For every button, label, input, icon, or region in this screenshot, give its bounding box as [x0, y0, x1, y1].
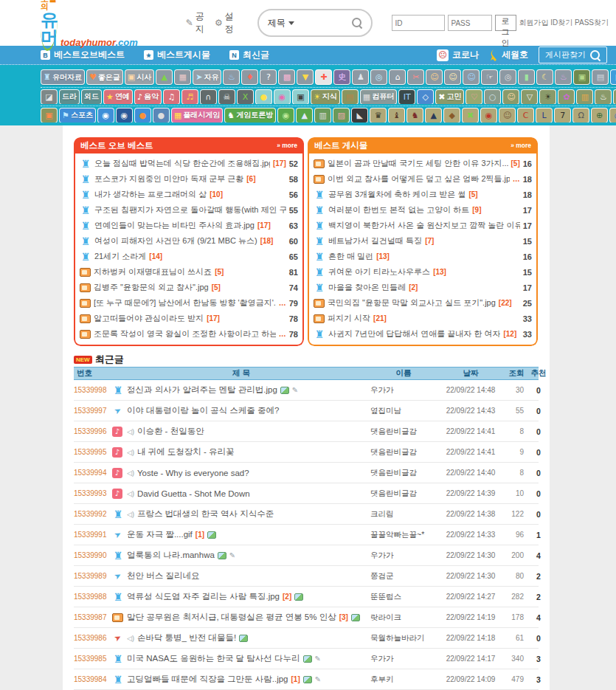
- table-row[interactable]: 15339997 ◁) 이야 대통령이랑 놀이 공식 스케줄 중에? ✎ 옆집미…: [74, 401, 539, 421]
- board-icon-button[interactable]: ♨: [595, 89, 612, 105]
- board-icon-button[interactable]: 史: [333, 69, 350, 85]
- board-icon-button[interactable]: ▥: [576, 89, 593, 105]
- board-icon-button[interactable]: ▦: [174, 69, 191, 85]
- site-logo[interactable]: 오늘의 유머 todayhumor.com: [41, 0, 138, 51]
- board-icon-button[interactable]: ▄: [613, 89, 616, 105]
- board-icon-button[interactable]: ♞: [406, 108, 423, 123]
- board-icon-button[interactable]: ▦ 플래시게임: [171, 108, 223, 123]
- notice-link[interactable]: ✎ 공지: [186, 10, 207, 35]
- board-icon-button[interactable]: X: [237, 89, 254, 105]
- board-search-button[interactable]: 게시판찾기: [539, 46, 607, 63]
- corona-link[interactable]: ☹ 코로나: [437, 49, 479, 61]
- table-row[interactable]: 15339987 ◁) 말단 공무원은 최저시급, 대통령실은 평균 연봉 5%…: [74, 607, 539, 628]
- best-post-item[interactable]: 마을을 찾아온 민들레 [2] 17: [314, 280, 532, 295]
- author-name[interactable]: 우가가: [370, 654, 437, 664]
- author-name[interactable]: 꿀꿀악빠는꿀~*: [370, 530, 437, 540]
- login-button[interactable]: 로그인: [495, 15, 516, 31]
- author-name[interactable]: 쫑검군: [370, 571, 437, 582]
- board-icon-button[interactable]: ◫: [610, 69, 616, 85]
- board-icon-button[interactable]: ▮: [518, 69, 535, 85]
- more-link[interactable]: » more: [511, 142, 531, 149]
- best-post-item[interactable]: 여성이 피해자인 사건만 6개 (9/21 MBC 뉴스) [18] 60: [80, 233, 298, 249]
- board-icon-button[interactable]: ▲: [296, 108, 313, 123]
- board-icon-button[interactable]: ▤: [592, 69, 609, 85]
- board-icon-button[interactable]: ▲: [425, 108, 442, 123]
- table-row[interactable]: 15339986 ◁) 손바닥 퉁병_ 반전 대물들! ✎ 묵월하늘바라기 22…: [74, 628, 539, 649]
- best-post-item[interactable]: 조문록 작성이 영국 왕실이 조정한 사항이라고 하는데. … 78: [80, 326, 298, 342]
- board-icon-button[interactable]: ◣: [351, 108, 368, 123]
- board-icon-button[interactable]: ♝: [388, 108, 405, 123]
- best-post-item[interactable]: 사귄지 7년만에 답답해서 연애를 끝내자 한 여자 [12] 33: [314, 326, 532, 342]
- board-icon-button[interactable]: ♬: [181, 89, 198, 105]
- board-icon-button[interactable]: ♟: [352, 69, 369, 85]
- best-post-item[interactable]: 포스코가 지원중인 미얀마 독재 군부 근황 [6] 58: [80, 171, 298, 187]
- more-link[interactable]: » more: [277, 142, 297, 149]
- best-post-item[interactable]: 귀여운 아기 티라노사우루스 [13] 15: [314, 264, 532, 280]
- search-icon[interactable]: [352, 18, 362, 28]
- board-icon-button[interactable]: ◉: [116, 108, 133, 123]
- table-row[interactable]: 15339994 ◁) Yoste - Why is everyone sad?…: [74, 463, 539, 483]
- board-icon-button[interactable]: ▣: [573, 69, 590, 85]
- table-row[interactable]: 15339989 ◁) 천안 버스 질리네요 ✎ 쫑검군 22/09/22 14…: [74, 566, 539, 587]
- author-name[interactable]: 크리림: [370, 509, 437, 520]
- board-icon-button[interactable]: ◉: [274, 89, 291, 105]
- board-icon-button[interactable]: ♜ 유머자료: [41, 69, 85, 85]
- author-name[interactable]: 우가가: [370, 385, 437, 396]
- board-icon-button[interactable]: ★ 연예: [103, 89, 133, 105]
- board-icon-button[interactable]: ☀ 지식: [311, 89, 340, 105]
- best-post-item[interactable]: 오늘 점심때 밥먹는데 식당 한순간에 조용해짐.jpg. [17] 52: [80, 156, 298, 171]
- board-icon-button[interactable]: ▣ 시사: [125, 69, 154, 85]
- table-row[interactable]: 15339990 ◁) 얼룩통의 나라.manhwa ✎ 우가가 22/09/2…: [74, 545, 539, 566]
- nav-latest-posts[interactable]: N 최신글: [229, 49, 269, 61]
- author-name[interactable]: 후부키: [370, 675, 437, 685]
- board-icon-button[interactable]: ▣: [41, 108, 58, 123]
- board-icon-button[interactable]: ♪ 음악: [134, 89, 162, 105]
- best-post-item[interactable]: 21세기 소라게 [14] 65: [80, 249, 298, 264]
- best-post-item[interactable]: 연예인들이 맞는다는 비타민 주사의 효과.jpg [17] 63: [80, 218, 298, 233]
- settings-link[interactable]: ⚙ 설정: [215, 10, 237, 35]
- board-icon-button[interactable]: ◪: [41, 89, 58, 105]
- board-icon-button[interactable]: ◎: [370, 69, 387, 85]
- board-icon-button[interactable]: 드라: [59, 89, 80, 105]
- board-icon-button[interactable]: ⌂: [389, 69, 406, 85]
- board-icon-button[interactable]: ◆: [443, 108, 460, 123]
- board-icon-button[interactable]: 7: [554, 108, 571, 123]
- board-icon-button[interactable]: ♛: [370, 108, 387, 123]
- board-icon-button[interactable]: L: [536, 108, 553, 123]
- board-icon-button[interactable]: ●: [134, 108, 151, 123]
- author-name[interactable]: 우가가: [370, 551, 437, 561]
- author-name[interactable]: 뚠뚠럼스: [370, 592, 437, 602]
- board-icon-button[interactable]: ☾: [536, 69, 553, 85]
- board-icon-button[interactable]: Ω: [572, 108, 589, 123]
- best-post-item[interactable]: 퍼지기 시작 [21] 33: [314, 311, 532, 326]
- board-icon-button[interactable]: ♞ 게임토론방: [224, 108, 276, 123]
- board-icon-button[interactable]: ?: [260, 69, 277, 85]
- sewol-link[interactable]: 세월호: [489, 49, 528, 61]
- table-row[interactable]: 15339993 ◁) David Guetta - Shot Me Down …: [74, 483, 539, 504]
- author-name[interactable]: 랏라이크: [370, 613, 437, 623]
- board-icon-button[interactable]: ◉: [277, 108, 294, 123]
- board-icon-button[interactable]: ▦ 컴퓨터: [360, 89, 397, 105]
- board-icon-button[interactable]: ♡: [466, 89, 482, 105]
- board-icon-button[interactable]: ▥: [314, 108, 331, 123]
- board-icon-button[interactable]: ◉: [97, 108, 114, 123]
- best-post-item[interactable]: 공무원 3개월차에 축하 케이크 받은 썰 [5] 18: [314, 187, 532, 202]
- id-field[interactable]: [392, 15, 445, 31]
- board-icon-button[interactable]: C: [517, 108, 534, 123]
- board-icon-button[interactable]: ○: [484, 89, 501, 105]
- board-icon-button[interactable]: ▨: [333, 108, 350, 123]
- author-name[interactable]: 옆집미남: [370, 406, 437, 416]
- board-icon-button[interactable]: ▼: [297, 69, 314, 85]
- board-icon-button[interactable]: ⚑ 스포츠: [59, 108, 96, 123]
- table-row[interactable]: 15339984 ◁) 고딩얼빠들 때문에 직장을 그만둔 사람..jpg [1…: [74, 669, 539, 690]
- board-icon-button[interactable]: ☺: [426, 69, 443, 85]
- author-name[interactable]: 댓음란비글감: [370, 447, 437, 458]
- best-post-item[interactable]: 지하벙커 이재명대표님이 쓰시죠 [5] 81: [80, 264, 298, 280]
- nav-best-of-best[interactable]: B 베스트오브베스트: [41, 49, 125, 61]
- board-icon-button[interactable]: ♨: [555, 69, 572, 85]
- board-icon-button[interactable]: ☺: [463, 69, 480, 85]
- board-icon-button[interactable]: ●: [153, 108, 170, 123]
- board-icon-button[interactable]: ▩: [278, 69, 295, 85]
- board-icon-button[interactable]: ♦: [241, 69, 258, 85]
- board-icon-button[interactable]: ♥ 좋은글: [86, 69, 123, 85]
